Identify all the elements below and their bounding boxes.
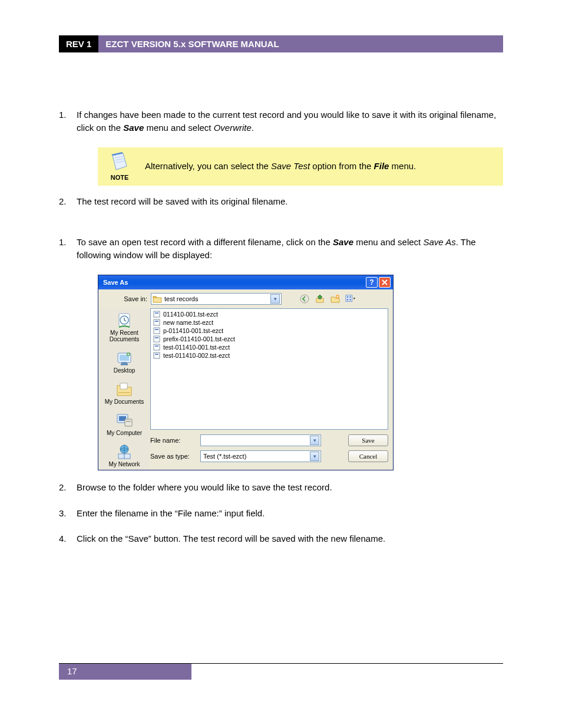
recent-documents-icon bbox=[101, 311, 147, 330]
note-icon-column: NOTE bbox=[106, 152, 133, 181]
svg-rect-29 bbox=[154, 336, 160, 342]
save-button[interactable]: Save bbox=[348, 434, 388, 446]
place-label: Desktop bbox=[101, 367, 147, 374]
svg-rect-19 bbox=[126, 421, 131, 422]
folder-open-icon bbox=[153, 295, 162, 303]
place-desktop[interactable]: Desktop bbox=[101, 348, 147, 374]
list-item-text: Enter the filename in the “File name:” i… bbox=[77, 507, 503, 520]
new-folder-icon[interactable] bbox=[330, 294, 340, 304]
window-title: Save As bbox=[103, 279, 365, 286]
place-mycomputer[interactable]: My Computer bbox=[101, 411, 147, 436]
file-item[interactable]: test-011410-002.tst-ezct bbox=[153, 351, 385, 360]
view-menu-icon[interactable] bbox=[345, 294, 356, 304]
close-button[interactable] bbox=[379, 277, 391, 288]
file-item[interactable]: 011410-001.tst-ezct bbox=[153, 310, 385, 318]
svg-rect-5 bbox=[346, 295, 352, 301]
file-name: prefix-011410-001.tst-ezct bbox=[163, 335, 235, 342]
save-type-value: Test (*.tst-ezct) bbox=[202, 453, 310, 460]
page-footer: 17 bbox=[59, 663, 503, 680]
file-name: new name.tst-ezct bbox=[163, 319, 213, 326]
svg-rect-23 bbox=[154, 311, 160, 317]
list-number: 2. bbox=[59, 481, 77, 494]
svg-rect-8 bbox=[347, 299, 349, 301]
place-mynetwork[interactable]: My Network bbox=[101, 442, 147, 467]
file-name: 011410-001.tst-ezct bbox=[163, 311, 218, 318]
procedure-saveas: 1. To save an open test record with a di… bbox=[59, 236, 503, 262]
file-item[interactable]: new name.tst-ezct bbox=[153, 318, 385, 327]
places-bar: My Recent Documents Desktop My Documents bbox=[98, 308, 150, 470]
place-mydocuments[interactable]: My Documents bbox=[101, 380, 147, 405]
file-name-label: File name: bbox=[150, 437, 196, 444]
procedure-overwrite: 1. If changes have been made to the curr… bbox=[59, 108, 503, 134]
svg-point-3 bbox=[300, 295, 309, 303]
cancel-button[interactable]: Cancel bbox=[348, 450, 388, 462]
page-number: 17 bbox=[59, 664, 191, 680]
note-callout: NOTE Alternatively, you can select the S… bbox=[98, 147, 503, 186]
notepad-icon bbox=[109, 163, 130, 173]
procedure-saveas-cont: 2. Browse to the folder where you would … bbox=[59, 481, 503, 545]
svg-rect-31 bbox=[154, 344, 160, 350]
file-name: test-011410-002.tst-ezct bbox=[163, 352, 230, 359]
file-icon bbox=[153, 352, 161, 359]
help-button[interactable]: ? bbox=[366, 277, 378, 288]
file-icon bbox=[153, 327, 161, 334]
svg-rect-32 bbox=[155, 345, 158, 347]
list-item-text: To save an open test record with a diffe… bbox=[77, 236, 503, 262]
svg-rect-9 bbox=[349, 299, 351, 301]
file-item[interactable]: prefix-011410-001.tst-ezct bbox=[153, 335, 385, 343]
file-item[interactable]: test-011410-001.tst-ezct bbox=[153, 343, 385, 351]
header-rev: REV 1 bbox=[59, 35, 98, 52]
svg-rect-21 bbox=[118, 454, 124, 459]
my-network-icon bbox=[101, 442, 147, 461]
chevron-down-icon[interactable]: ▾ bbox=[270, 294, 280, 304]
file-name: test-011410-001.tst-ezct bbox=[163, 344, 230, 351]
list-item-text: If changes have been made to the current… bbox=[77, 108, 503, 134]
save-as-dialog: Save As ? Save in: test records ▾ bbox=[98, 275, 394, 470]
list-number: 3. bbox=[59, 507, 77, 520]
file-icon bbox=[153, 319, 161, 326]
my-documents-icon bbox=[101, 380, 147, 398]
header-title: EZCT VERSION 5.x SOFTWARE MANUAL bbox=[98, 35, 503, 52]
procedure-overwrite-cont: 2. The test record will be saved with it… bbox=[59, 195, 503, 208]
place-label: My Documents bbox=[101, 398, 147, 405]
save-type-label: Save as type: bbox=[150, 453, 196, 460]
save-in-dropdown[interactable]: test records ▾ bbox=[151, 293, 282, 305]
place-label: My Network bbox=[101, 461, 147, 467]
list-item-text: The test record will be saved with its o… bbox=[77, 195, 503, 208]
svg-rect-7 bbox=[349, 296, 351, 298]
svg-rect-25 bbox=[154, 319, 160, 325]
up-one-level-icon[interactable] bbox=[315, 294, 325, 304]
chevron-down-icon[interactable]: ▾ bbox=[310, 436, 319, 445]
note-label: NOTE bbox=[106, 174, 133, 181]
save-type-dropdown[interactable]: Test (*.tst-ezct) ▾ bbox=[200, 450, 321, 462]
svg-rect-33 bbox=[154, 353, 160, 358]
list-item-text: Browse to the folder where you would lik… bbox=[77, 481, 503, 494]
list-number: 2. bbox=[59, 195, 77, 208]
file-icon bbox=[153, 311, 161, 318]
list-item-text: Click on the “Save” button. The test rec… bbox=[77, 532, 503, 545]
file-name-input[interactable]: ▾ bbox=[200, 434, 321, 446]
note-text: Alternatively, you can select the Save T… bbox=[145, 160, 416, 173]
chevron-down-icon[interactable]: ▾ bbox=[310, 452, 319, 461]
file-icon bbox=[153, 335, 161, 342]
svg-rect-28 bbox=[155, 329, 158, 330]
list-number: 1. bbox=[59, 108, 77, 134]
back-icon[interactable] bbox=[299, 294, 310, 304]
desktop-icon bbox=[101, 348, 147, 367]
place-label: My Recent Documents bbox=[101, 330, 147, 342]
file-icon bbox=[153, 344, 161, 351]
list-number: 4. bbox=[59, 532, 77, 545]
file-list[interactable]: 011410-001.tst-ezct new name.tst-ezct p-… bbox=[150, 308, 388, 430]
list-number: 1. bbox=[59, 236, 77, 262]
save-in-label: Save in: bbox=[103, 295, 147, 302]
svg-rect-15 bbox=[120, 383, 127, 389]
svg-rect-22 bbox=[124, 454, 130, 459]
file-item[interactable]: p-011410-001.tst-ezct bbox=[153, 327, 385, 335]
svg-rect-24 bbox=[155, 312, 158, 314]
page-header: REV 1 EZCT VERSION 5.x SOFTWARE MANUAL bbox=[59, 35, 503, 52]
titlebar[interactable]: Save As ? bbox=[98, 275, 393, 289]
my-computer-icon bbox=[101, 411, 147, 430]
svg-rect-30 bbox=[155, 337, 158, 338]
place-recent[interactable]: My Recent Documents bbox=[101, 311, 147, 342]
svg-rect-27 bbox=[154, 328, 160, 334]
